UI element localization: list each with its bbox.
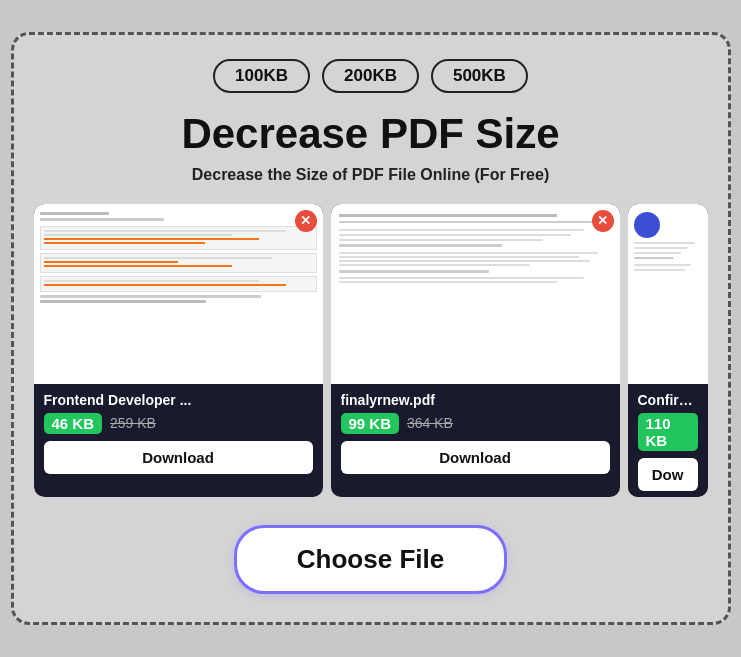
close-card-1[interactable]: ✕ <box>295 210 317 232</box>
card-1-old-size: 259 KB <box>110 415 156 431</box>
avatar-icon <box>634 212 660 238</box>
choose-file-wrapper: Choose File <box>34 525 708 594</box>
badge-500kb[interactable]: 500KB <box>431 59 528 93</box>
pdf-preview-1: ✕ <box>34 204 323 384</box>
page-subtitle: Decrease the Size of PDF File Online (Fo… <box>34 166 708 184</box>
card-1-filename: Frontend Developer ... <box>44 392 313 408</box>
choose-file-button[interactable]: Choose File <box>234 525 507 594</box>
card-2-old-size: 364 KB <box>407 415 453 431</box>
pdf-card-1: ✕ Frontend Developer ... 46 KB 259 KB Do… <box>34 204 323 497</box>
card-2-new-size: 99 KB <box>341 413 400 434</box>
download-button-1[interactable]: Download <box>44 441 313 474</box>
card-1-size-info: 46 KB 259 KB <box>44 413 313 434</box>
badge-100kb[interactable]: 100KB <box>213 59 310 93</box>
card-3-new-size: 110 KB <box>638 413 698 451</box>
card-3-size-info: 110 KB <box>638 413 698 451</box>
pdf-preview-2: ✕ <box>331 204 620 384</box>
card-1-new-size: 46 KB <box>44 413 103 434</box>
pdf-cards-row: ✕ Frontend Developer ... 46 KB 259 KB Do… <box>34 204 708 497</box>
card-3-info: Confirma 110 KB Dow <box>628 384 708 497</box>
card-1-info: Frontend Developer ... 46 KB 259 KB Down… <box>34 384 323 480</box>
card-3-filename: Confirma <box>638 392 698 408</box>
pdf-card-2: ✕ finalyrnew.pdf 99 KB 364 KB Download <box>331 204 620 497</box>
pdf-preview-3 <box>628 204 708 384</box>
size-badges-row: 100KB 200KB 500KB <box>34 59 708 93</box>
card-2-info: finalyrnew.pdf 99 KB 364 KB Download <box>331 384 620 480</box>
page-title: Decrease PDF Size <box>34 111 708 157</box>
pdf-card-3: Confirma 110 KB Dow <box>628 204 708 497</box>
badge-200kb[interactable]: 200KB <box>322 59 419 93</box>
main-container: 100KB 200KB 500KB Decrease PDF Size Decr… <box>11 32 731 624</box>
close-card-2[interactable]: ✕ <box>592 210 614 232</box>
card-2-filename: finalyrnew.pdf <box>341 392 610 408</box>
download-button-2[interactable]: Download <box>341 441 610 474</box>
download-button-3[interactable]: Dow <box>638 458 698 491</box>
card-2-size-info: 99 KB 364 KB <box>341 413 610 434</box>
